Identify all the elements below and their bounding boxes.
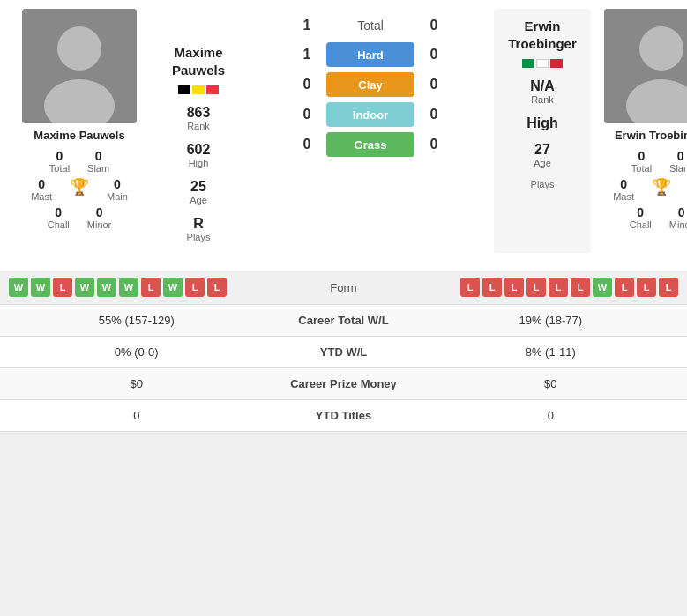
left-form-badges: WWLWWWLWLL — [9, 278, 291, 297]
hard-badge: Hard — [326, 42, 414, 67]
left-slam-label: Slam — [87, 163, 109, 174]
left-player-card: Maxime Pauwels 0 Total 0 Slam 0 Mast — [9, 9, 150, 253]
grass-right-score: 0 — [425, 137, 443, 152]
left-form-badge-w: W — [97, 278, 116, 297]
left-mast-value: 0 — [38, 177, 45, 191]
left-age-value: 25 — [190, 179, 207, 195]
right-flag-red — [550, 59, 563, 68]
stats-left-2: $0 — [9, 377, 265, 390]
right-form-badge-l: L — [460, 278, 480, 297]
right-rank-block: N/A Rank — [530, 78, 555, 105]
right-trophy-icon: 🏆 — [652, 177, 671, 197]
right-name-title: Erwin Troebinger — [499, 18, 586, 52]
left-form-badge-w: W — [31, 278, 50, 297]
stats-center-3: YTD Titles — [265, 409, 423, 422]
right-high-value: High — [526, 115, 558, 131]
top-section: Maxime Pauwels 0 Total 0 Slam 0 Mast — [0, 0, 687, 262]
left-mast-label: Mast — [31, 191, 52, 202]
left-rank-block: 863 Rank — [187, 105, 211, 131]
left-high-block: 602 High — [187, 142, 211, 168]
left-rank-label: Rank — [187, 121, 211, 131]
svg-point-1 — [57, 26, 101, 71]
total-row: 1 Total 0 — [247, 18, 494, 33]
right-form-badge-l: L — [504, 278, 524, 297]
left-age-block: 25 Age — [190, 179, 207, 205]
right-mast-value: 0 — [620, 177, 627, 191]
indoor-badge: Indoor — [326, 102, 414, 127]
left-form-badge-w: W — [75, 278, 94, 297]
total-left-score: 1 — [298, 18, 316, 33]
left-minor-label: Minor — [87, 219, 112, 230]
left-high-value: 602 — [187, 142, 211, 158]
stats-left-0: 55% (157-129) — [9, 314, 265, 327]
left-flag-black — [178, 85, 190, 94]
left-player-name: Maxime Pauwels — [34, 129, 124, 142]
hard-right-score: 0 — [425, 47, 443, 63]
bottom-section: WWLWWWLWLL Form LLLLLLWLLL 55% (157-129)… — [0, 271, 687, 432]
grass-left-score: 0 — [298, 137, 316, 152]
surface-rows: 1 Hard 0 0 Clay 0 0 Indoor 0 0 Grass — [247, 42, 494, 157]
svg-point-4 — [639, 26, 683, 71]
form-row: WWLWWWLWLL Form LLLLLLWLLL — [0, 271, 687, 305]
form-label: Form — [291, 281, 397, 294]
left-player-middle: Maxime Pauwels 863 Rank 602 High 25 Age … — [150, 9, 247, 253]
right-chall-label: Chall — [630, 219, 652, 230]
right-minor-value: 0 — [678, 205, 685, 219]
left-form-badge-w: W — [119, 278, 138, 297]
stats-left-1: 0% (0-0) — [9, 345, 265, 359]
left-flag-yellow — [192, 85, 205, 94]
left-form-badge-l: L — [141, 278, 161, 297]
right-form-badge-w: W — [593, 278, 612, 297]
surface-row-grass: 0 Grass 0 — [247, 132, 494, 157]
right-mast-label: Mast — [613, 191, 634, 202]
right-age-label: Age — [534, 158, 551, 168]
stats-table: 55% (157-129) Career Total W/L 19% (18-7… — [0, 305, 687, 432]
left-total-label: Total — [49, 163, 70, 174]
stats-left-3: 0 — [9, 409, 265, 422]
stats-center-0: Career Total W/L — [265, 314, 423, 327]
indoor-right-score: 0 — [425, 107, 443, 122]
stats-row-0: 55% (157-129) Career Total W/L 19% (18-7… — [0, 305, 687, 337]
right-age-value: 27 — [534, 142, 551, 158]
left-plays-value: R — [187, 216, 211, 232]
clay-badge: Clay — [326, 72, 414, 97]
right-player-avatar — [604, 9, 687, 123]
right-form-badges: LLLLLLWLLL — [397, 278, 679, 297]
right-form-badge-l: L — [571, 278, 590, 297]
left-trophy-icon: 🏆 — [70, 177, 89, 197]
left-slam-value: 0 — [95, 149, 102, 163]
total-label: Total — [326, 19, 414, 33]
surface-row-indoor: 0 Indoor 0 — [247, 102, 494, 127]
left-flag-red — [206, 85, 219, 94]
stats-row-2: $0 Career Prize Money $0 — [0, 368, 687, 400]
clay-right-score: 0 — [425, 77, 443, 93]
left-age-label: Age — [190, 195, 207, 205]
clay-left-score: 0 — [298, 77, 316, 93]
main-container: Maxime Pauwels 0 Total 0 Slam 0 Mast — [0, 0, 687, 432]
right-slam-value: 0 — [677, 149, 684, 163]
right-player-card: Erwin Troebinger 0 Total 0 Slam 0 Mast — [591, 9, 687, 253]
right-plays-block: Plays — [531, 179, 555, 189]
right-player-stats: 0 Total 0 Slam 0 Mast 🏆 — [591, 145, 687, 230]
left-form-badge-l: L — [185, 278, 205, 297]
right-form-badge-l: L — [549, 278, 568, 297]
stats-right-2: $0 — [423, 377, 679, 390]
left-main-label: Main — [107, 191, 128, 202]
stats-center-1: YTD W/L — [265, 345, 423, 359]
right-rank-label: Rank — [530, 94, 555, 105]
stats-right-1: 8% (1-11) — [423, 345, 679, 359]
right-age-block: 27 Age — [534, 142, 551, 168]
surface-row-clay: 0 Clay 0 — [247, 72, 494, 97]
right-plays-label: Plays — [531, 179, 555, 189]
left-form-badge-l: L — [207, 278, 227, 297]
stats-row-3: 0 YTD Titles 0 — [0, 400, 687, 432]
right-form-badge-l: L — [659, 278, 678, 297]
stats-center-2: Career Prize Money — [265, 377, 423, 390]
indoor-left-score: 0 — [298, 107, 316, 122]
right-form-badge-l: L — [637, 278, 656, 297]
right-slam-label: Slam — [669, 163, 687, 174]
left-main-value: 0 — [114, 177, 121, 191]
left-form-badge-w: W — [9, 278, 28, 297]
right-chall-value: 0 — [637, 205, 644, 219]
right-form-badge-l: L — [615, 278, 634, 297]
